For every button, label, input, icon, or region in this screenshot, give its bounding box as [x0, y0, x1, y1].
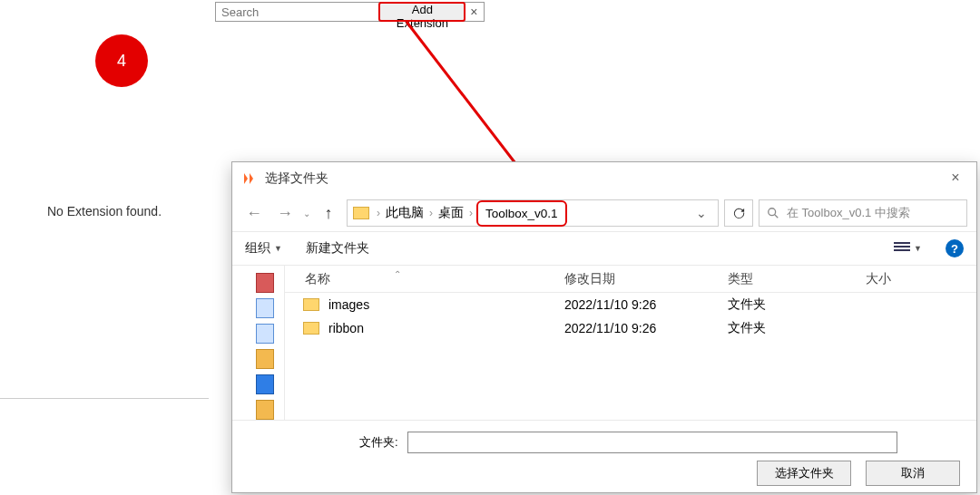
column-header-type[interactable]: 类型	[728, 271, 866, 287]
dialog-search-box[interactable]: 在 Toolbox_v0.1 中搜索	[759, 199, 967, 227]
tree-item-icon[interactable]	[256, 273, 274, 293]
add-extension-button[interactable]: Add Extension	[379, 3, 465, 21]
svg-point-1	[769, 209, 776, 216]
tree-item-icon[interactable]	[256, 400, 274, 420]
folder-picker-dialog: 选择文件夹 × ← → ⌄ ↑ › 此电脑 › 桌面 › Toolbox_v0.…	[231, 161, 977, 493]
close-panel-button[interactable]: ×	[465, 3, 484, 21]
dialog-nav-row: ← → ⌄ ↑ › 此电脑 › 桌面 › Toolbox_v0.1 ⌄ 在 To…	[232, 195, 976, 231]
file-row[interactable]: images 2022/11/10 9:26 文件夹	[285, 293, 976, 316]
nav-up-button[interactable]: ↑	[316, 200, 341, 226]
annotation-step-badge: 4	[95, 34, 148, 87]
chevron-down-icon: ▼	[914, 244, 922, 253]
column-header-size[interactable]: 大小	[866, 271, 976, 287]
nav-dropdown-chevron[interactable]: ⌄	[303, 209, 310, 218]
dialog-search-placeholder: 在 Toolbox_v0.1 中搜索	[787, 205, 910, 221]
folder-icon	[303, 322, 319, 335]
select-folder-button[interactable]: 选择文件夹	[757, 461, 851, 486]
folder-field-label: 文件夹:	[359, 434, 398, 451]
extension-search-row: Add Extension ×	[215, 2, 485, 22]
refresh-icon	[732, 207, 746, 220]
organize-label: 组织	[245, 240, 270, 257]
breadcrumb-dropdown-chevron[interactable]: ⌄	[696, 206, 714, 220]
dialog-title: 选择文件夹	[265, 170, 328, 187]
cancel-button[interactable]: 取消	[866, 461, 960, 486]
tree-item-icon[interactable]	[256, 324, 274, 344]
search-icon	[767, 207, 779, 219]
file-name: images	[328, 297, 369, 312]
tree-item-icon[interactable]	[256, 349, 274, 369]
chevron-right-icon: ›	[429, 207, 433, 219]
nav-back-button[interactable]: ←	[241, 200, 267, 226]
folder-name-input[interactable]	[407, 432, 897, 453]
dialog-titlebar: 选择文件夹 ×	[232, 162, 976, 195]
file-type: 文件夹	[728, 320, 866, 336]
sort-ascending-icon: ⌃	[394, 269, 401, 279]
file-name: ribbon	[328, 321, 364, 335]
file-list-header: 名称 ⌃ 修改日期 类型 大小	[285, 266, 976, 293]
tree-item-icon[interactable]	[256, 298, 274, 318]
tree-item-icon[interactable]	[256, 374, 274, 394]
view-menu[interactable]: ▼	[894, 242, 922, 255]
help-button[interactable]: ?	[946, 239, 964, 257]
column-header-name[interactable]: 名称 ⌃	[285, 271, 564, 287]
dialog-close-button[interactable]: ×	[935, 162, 976, 193]
dialog-body: › 名称 ⌃ 修改日期 类型 大小 images 2022/11/10 9:26…	[232, 266, 976, 420]
chevron-right-icon: ›	[469, 207, 473, 219]
file-date: 2022/11/10 9:26	[564, 297, 728, 312]
extension-search-input[interactable]	[216, 3, 379, 21]
folder-icon	[303, 298, 319, 311]
file-date: 2022/11/10 9:26	[564, 321, 728, 335]
breadcrumb-bar[interactable]: › 此电脑 › 桌面 › Toolbox_v0.1 ⌄	[347, 199, 719, 227]
refresh-button[interactable]	[724, 199, 753, 227]
breadcrumb-root-icon	[353, 207, 369, 219]
dialog-toolbar: 组织 ▼ 新建文件夹 ▼ ?	[232, 231, 976, 266]
file-type: 文件夹	[728, 296, 866, 313]
file-list: 名称 ⌃ 修改日期 类型 大小 images 2022/11/10 9:26 文…	[285, 266, 976, 420]
file-row[interactable]: ribbon 2022/11/10 9:26 文件夹	[285, 316, 976, 340]
folder-tree[interactable]: ›	[232, 266, 285, 420]
chevron-down-icon: ▼	[274, 244, 282, 253]
chevron-right-icon: ›	[377, 207, 380, 219]
breadcrumb-item[interactable]: 桌面	[438, 205, 464, 221]
new-folder-button[interactable]: 新建文件夹	[306, 240, 369, 257]
nav-forward-button[interactable]: →	[272, 200, 298, 226]
app-icon	[241, 171, 256, 186]
column-header-date[interactable]: 修改日期	[564, 271, 728, 287]
breadcrumb-item[interactable]: 此电脑	[386, 205, 424, 221]
view-list-icon	[894, 242, 910, 255]
organize-menu[interactable]: 组织 ▼	[245, 240, 282, 257]
no-extension-label: No Extension found.	[0, 204, 209, 218]
breadcrumb-item-current[interactable]: Toolbox_v0.1	[478, 202, 565, 225]
svg-line-2	[775, 215, 779, 218]
dialog-footer: 文件夹: 选择文件夹 取消	[232, 420, 976, 492]
